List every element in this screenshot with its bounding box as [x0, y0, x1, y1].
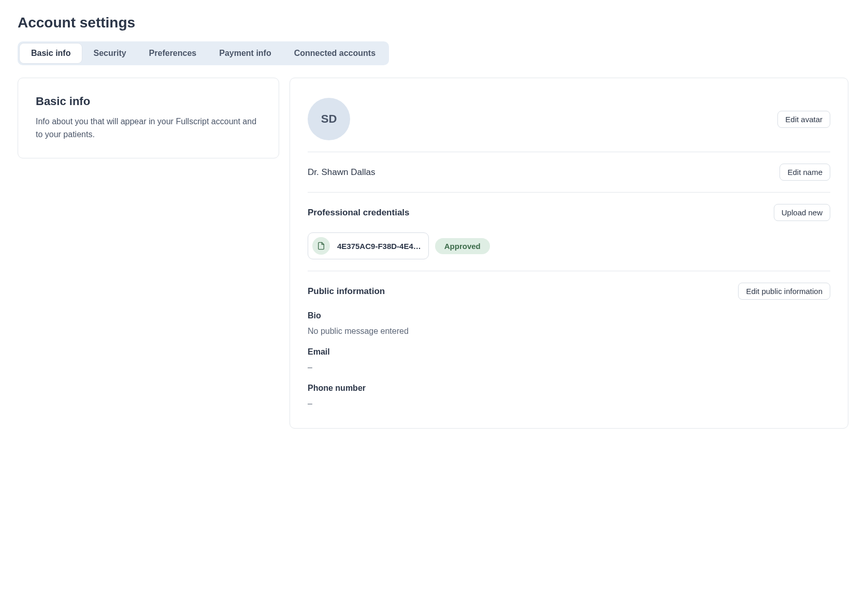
edit-avatar-button[interactable]: Edit avatar [777, 111, 830, 128]
email-value: – [308, 363, 830, 372]
left-panel: Basic info Info about you that will appe… [18, 78, 279, 158]
page-title: Account settings [18, 14, 848, 31]
credentials-section: Professional credentials Upload new 4E37… [308, 193, 830, 271]
phone-label: Phone number [308, 384, 830, 393]
avatar-section: SD Edit avatar [308, 94, 830, 152]
email-label: Email [308, 347, 830, 357]
avatar: SD [308, 98, 350, 140]
tab-security[interactable]: Security [82, 43, 137, 63]
tab-preferences[interactable]: Preferences [138, 43, 208, 63]
tab-payment-info[interactable]: Payment info [208, 43, 282, 63]
credential-file[interactable]: 4E375AC9-F38D-4E4… [308, 232, 429, 259]
phone-field: Phone number – [308, 384, 830, 408]
public-info-section: Public information Edit public informati… [308, 271, 830, 413]
document-icon [312, 237, 330, 255]
avatar-initials: SD [321, 112, 337, 126]
edit-name-button[interactable]: Edit name [780, 164, 830, 181]
tabs: Basic info Security Preferences Payment … [18, 41, 389, 65]
email-field: Email – [308, 347, 830, 372]
public-info-heading: Public information [308, 286, 385, 297]
bio-value: No public message entered [308, 327, 830, 336]
upload-credential-button[interactable]: Upload new [774, 204, 830, 221]
status-badge: Approved [435, 238, 490, 254]
credentials-heading: Professional credentials [308, 208, 410, 218]
edit-public-info-button[interactable]: Edit public information [738, 283, 830, 300]
phone-value: – [308, 399, 830, 408]
name-section: Dr. Shawn Dallas Edit name [308, 152, 830, 193]
left-panel-heading: Basic info [36, 95, 261, 108]
bio-field: Bio No public message entered [308, 311, 830, 336]
left-panel-description: Info about you that will appear in your … [36, 115, 261, 141]
tab-connected-accounts[interactable]: Connected accounts [283, 43, 387, 63]
tab-basic-info[interactable]: Basic info [20, 43, 82, 63]
user-name: Dr. Shawn Dallas [308, 167, 375, 178]
credential-filename: 4E375AC9-F38D-4E4… [337, 242, 421, 251]
bio-label: Bio [308, 311, 830, 320]
right-panel: SD Edit avatar Dr. Shawn Dallas Edit nam… [290, 78, 848, 429]
